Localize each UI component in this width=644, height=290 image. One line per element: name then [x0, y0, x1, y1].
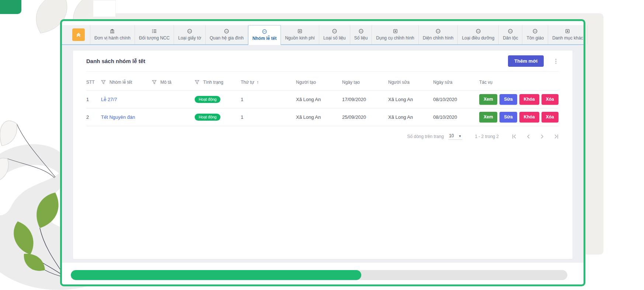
status-badge: Hoạt động [195, 114, 220, 121]
tab-loai-so-lieu[interactable]: Loại số liệu [319, 25, 350, 44]
next-page-button[interactable] [539, 134, 545, 139]
cell-updated-date: 08/10/2020 [433, 91, 479, 108]
cell-stt: 1 [86, 91, 101, 108]
tab-label: Diện chỉnh hình [423, 35, 453, 41]
tab-dung-cu-chinh-hinh[interactable]: Dụng cụ chỉnh hình [372, 25, 418, 44]
col-header-thu-tu[interactable]: Thứ tự↑ [241, 72, 296, 91]
tab-doi-tuong-ncc[interactable]: Đối tượng NCC [135, 25, 174, 44]
rows-per-page-label: Số dòng trên trang [407, 134, 443, 139]
cell-updated-by: Xã Long An [388, 91, 433, 108]
dropdown-caret-icon: ▾ [459, 134, 461, 138]
table-row: 1 Lễ 27/7 Hoạt động 1 Xã Long An 17/09/2… [86, 91, 559, 108]
tab-dien-chinh-hinh[interactable]: Diện chỉnh hình [419, 25, 458, 44]
cell-order: 1 [241, 91, 296, 108]
edit-button[interactable]: Sửa [499, 94, 517, 105]
sort-asc-icon: ↑ [257, 79, 259, 85]
collapse-tabs-button[interactable] [72, 28, 85, 41]
tab-so-lieu[interactable]: Số liệu [350, 25, 372, 44]
tab-label: Dân tộc [503, 35, 518, 41]
tab-label: Loại giấy tờ [178, 35, 201, 41]
filter-icon[interactable] [195, 80, 199, 84]
tag-circle-icon [508, 28, 513, 34]
last-page-button[interactable] [553, 134, 559, 139]
tab-list: Đơn vị hành chính Đối tượng NCC Loại giấ… [90, 25, 588, 44]
row-name-link[interactable]: Lễ 27/7 [101, 97, 117, 102]
box-icon [565, 28, 570, 34]
bank-icon [109, 28, 115, 34]
tab-label: Đơn vị hành chính [94, 35, 130, 41]
frame-top-gap [62, 21, 584, 25]
category-tab-bar: Đơn vị hành chính Đối tượng NCC Loại giấ… [62, 25, 584, 45]
tab-danh-muc-khac[interactable]: Danh mục khác [548, 25, 587, 44]
app-window: Đơn vị hành chính Đối tượng NCC Loại giấ… [60, 19, 585, 286]
delete-button[interactable]: Xóa [542, 112, 558, 122]
tab-label: Loại số liệu [323, 35, 346, 41]
pagination-bar: Số dòng trên trang 10▾ 1 - 2 trong 2 [86, 126, 559, 147]
window-footer [62, 263, 584, 284]
double-chevron-up-icon [76, 32, 81, 37]
filter-icon[interactable] [101, 80, 106, 84]
tab-label: Tôn giáo [526, 35, 544, 41]
tag-circle-icon [262, 29, 267, 34]
col-header-nguoi-tao: Người tạo [296, 72, 342, 91]
row-name-link[interactable]: Tết Nguyên đán [101, 114, 135, 120]
lock-button[interactable]: Khóa [519, 112, 539, 122]
view-button[interactable]: Xem [479, 94, 497, 105]
tab-label: Dụng cụ chỉnh hình [376, 35, 414, 41]
pagination-range-label: 1 - 2 trong 2 [475, 134, 499, 139]
tab-ton-giao[interactable]: Tôn giáo [522, 25, 548, 44]
progress-fill [71, 270, 361, 280]
rows-per-page-select[interactable]: 10▾ [448, 133, 462, 140]
tab-nguon-kinh-phi[interactable]: Nguồn kinh phí [281, 25, 319, 44]
add-new-button[interactable]: Thêm mới [508, 55, 544, 67]
filter-icon[interactable] [152, 80, 157, 84]
cell-description [152, 108, 195, 126]
list-card: Danh sách nhóm lễ tết Thêm mới ⋮ STT [73, 51, 572, 259]
cell-updated-by: Xã Long An [388, 108, 433, 126]
edit-button[interactable]: Sửa [499, 112, 517, 122]
cell-updated-date: 08/10/2020 [433, 108, 479, 126]
table-row: 2 Tết Nguyên đán Hoạt động 1 Xã Long An … [86, 108, 559, 126]
corner-green-shape [0, 0, 21, 14]
box-icon [297, 28, 303, 34]
tab-quan-he-gia-dinh[interactable]: Quan hệ gia đình [206, 25, 248, 44]
tab-don-vi-hanh-chinh[interactable]: Đơn vị hành chính [90, 25, 135, 44]
first-page-button[interactable] [511, 134, 517, 139]
tab-nhom-le-tet[interactable]: Nhóm lễ tết [248, 25, 281, 45]
content-area: Danh sách nhóm lễ tết Thêm mới ⋮ STT [62, 45, 584, 263]
tag-circle-icon [187, 28, 192, 34]
col-header-nguoi-sua: Người sửa [388, 72, 433, 91]
tab-label: Nhóm lễ tết [253, 36, 276, 41]
page-title: Danh sách nhóm lễ tết [86, 58, 145, 64]
data-table: STT Nhóm lễ tết Mô tả Tình trạng Thứ tự↑ [86, 72, 559, 126]
progress-track [71, 270, 567, 280]
cell-actions: XemSửaKhóaXóa [479, 91, 559, 108]
tab-label: Quan hệ gia đình [210, 35, 244, 41]
col-header-stt: STT [86, 72, 101, 91]
background-sheet-tab [93, 0, 116, 17]
view-button[interactable]: Xem [479, 112, 497, 122]
col-header-mo-ta: Mô tả [152, 72, 195, 91]
status-badge: Hoạt động [195, 96, 220, 103]
cell-created-date: 25/09/2020 [342, 108, 388, 126]
cell-stt: 2 [86, 108, 101, 126]
tab-loai-giay-to[interactable]: Loại giấy tờ [174, 25, 206, 44]
tag-circle-icon [224, 28, 229, 34]
tab-label: Đối tượng NCC [139, 35, 170, 41]
tag-circle-icon [435, 28, 441, 34]
tab-dan-toc[interactable]: Dân tộc [499, 25, 522, 44]
lock-button[interactable]: Khóa [519, 94, 539, 105]
delete-button[interactable]: Xóa [542, 94, 558, 105]
tag-circle-icon [476, 28, 481, 34]
col-header-nhom-le-tet: Nhóm lễ tết [101, 72, 152, 91]
tab-loai-dieu-duong[interactable]: Loại điều dưỡng [458, 25, 499, 44]
col-header-ngay-tao: Ngày tạo [342, 72, 388, 91]
list-icon [152, 28, 157, 34]
tab-label: Danh mục khác [552, 35, 583, 41]
col-header-tac-vu: Tác vụ [479, 72, 559, 91]
box-icon [393, 28, 398, 34]
kebab-menu-icon[interactable]: ⋮ [553, 58, 559, 65]
pagination-nav [511, 134, 559, 139]
tab-label: Số liệu [354, 35, 368, 41]
prev-page-button[interactable] [525, 134, 531, 139]
